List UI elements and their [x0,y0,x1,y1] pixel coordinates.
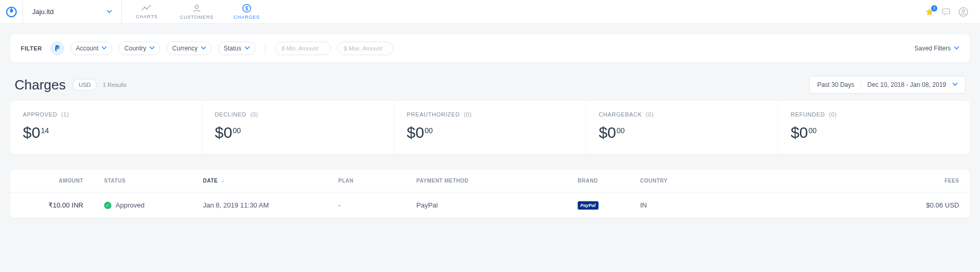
col-status[interactable]: STATUS [94,170,193,192]
cell-date: Jan 8, 2019 11:30 AM [193,192,328,218]
table-row[interactable]: ₹10.00 INR ✓ Approved Jan 8, 2019 11:30 … [10,192,970,218]
stat-label-text: REFUNDED [791,111,825,118]
filter-country[interactable]: Country [119,42,160,55]
stat-label: DECLINED (0) [215,111,381,118]
filter-pill-label: Status [224,45,241,52]
results-count: 1 Results [103,82,127,88]
status-approved-icon: ✓ [104,202,111,209]
filter-source-paypal[interactable] [50,42,64,55]
currency-selector[interactable]: USD [73,79,96,90]
divider [265,43,265,54]
svg-point-2 [146,8,148,10]
saved-filters-button[interactable]: Saved Filters [914,45,959,52]
chevron-down-icon [201,45,206,52]
status-text: Approved [116,201,145,209]
max-amount-input[interactable] [337,42,393,55]
chart-line-icon [142,4,152,12]
profile-button[interactable] [958,7,969,17]
cell-brand: PayPal [567,192,630,218]
col-fees[interactable]: FEES [760,170,970,192]
filter-pill-label: Account [76,45,98,52]
date-range-preset: Past 30 Days [817,81,854,88]
svg-point-9 [947,11,948,12]
stat-declined[interactable]: DECLINED (0) $0 00 [202,101,394,154]
favorites-button[interactable]: 3 [925,7,934,17]
stat-approved[interactable]: APPROVED (1) $0 14 [10,101,202,154]
chevron-down-icon [954,45,959,52]
top-nav-left: Jaju.ltd CHARTS CUSTOMERS $ [0,0,272,23]
sort-desc-icon: ↓ [222,178,225,184]
svg-point-1 [144,7,146,8]
stat-label: CHARGEBACK (0) [599,111,765,118]
stat-count: (0) [646,111,654,118]
stat-count: (0) [250,111,258,118]
svg-point-7 [944,11,945,12]
svg-point-8 [946,11,947,12]
nav-tab-charges[interactable]: $ CHARGES [222,0,272,23]
nav-tab-customers[interactable]: CUSTOMERS [172,0,222,23]
stat-preauthorized[interactable]: PREAUTHORIZED (0) $0 00 [394,101,587,154]
star-badge-count: 3 [931,5,937,11]
min-amount-input[interactable] [275,42,331,55]
title-row: Charges USD 1 Results Past 30 Days Dec 1… [10,62,970,101]
stat-amount: $0 00 [791,125,957,140]
nav-tab-label: CUSTOMERS [180,15,214,20]
stat-label-text: PREAUTHORIZED [407,111,460,118]
stat-minor: 00 [809,127,817,134]
account-name: Jaju.ltd [32,8,54,16]
cell-amount: ₹10.00 INR [10,192,94,218]
col-amount[interactable]: AMOUNT [10,170,94,192]
dollar-circle-icon: $ [242,4,251,13]
filter-currency[interactable]: Currency [167,42,212,55]
stat-amount: $0 00 [215,125,381,140]
stat-count: (0) [829,111,837,118]
stat-amount: $0 14 [23,125,189,140]
app-logo[interactable] [0,0,23,23]
stat-minor: 14 [41,127,49,134]
account-switcher[interactable]: Jaju.ltd [23,0,122,23]
col-date-label: DATE [203,178,218,184]
col-brand[interactable]: BRAND [567,170,630,192]
top-nav-right: 3 [925,0,980,23]
col-payment-method[interactable]: PAYMENT METHOD [406,170,567,192]
cell-plan: - [328,192,406,218]
stat-refunded[interactable]: REFUNDED (0) $0 00 [778,101,970,154]
stat-count: (0) [464,111,472,118]
paypal-badge: PayPal [578,201,599,210]
stat-count: (1) [61,111,69,118]
date-range-picker[interactable]: Past 30 Days Dec 10, 2018 - Jan 08, 2019 [809,76,965,94]
filter-account[interactable]: Account [70,42,112,55]
stat-major: $0 [599,125,616,140]
svg-text:$: $ [245,6,248,11]
cell-status: ✓ Approved [94,192,193,218]
col-country[interactable]: COUNTRY [630,170,760,192]
paypal-icon [54,45,60,52]
stat-major: $0 [23,125,40,140]
cell-payment-method: PayPal [406,192,567,218]
filter-pill-label: Currency [172,45,198,52]
chevron-down-icon [952,81,958,88]
date-range-value: Dec 10, 2018 - Jan 08, 2019 [868,81,946,88]
col-plan[interactable]: PLAN [328,170,406,192]
table-header-row: AMOUNT STATUS DATE ↓ PLAN PAYMENT METHOD… [10,170,970,192]
chevron-down-icon [101,45,107,52]
chevron-down-icon [107,8,112,16]
filter-bar: FILTER Account Country Currency Status S… [10,34,970,62]
nav-tab-charts[interactable]: CHARTS [122,0,172,23]
nav-tab-label: CHARTS [136,14,158,19]
chat-button[interactable] [941,7,951,17]
stat-chargeback[interactable]: CHARGEBACK (0) $0 00 [586,101,778,154]
col-date[interactable]: DATE ↓ [193,170,328,192]
spacer [272,0,925,23]
stat-minor: 00 [425,127,433,134]
charges-table: AMOUNT STATUS DATE ↓ PLAN PAYMENT METHOD… [10,170,970,218]
stat-major: $0 [791,125,808,140]
stat-label-text: APPROVED [23,111,57,118]
chat-icon [941,7,951,17]
filter-label: FILTER [21,45,42,51]
divider [861,80,861,89]
stats-row: APPROVED (1) $0 14 DECLINED (0) $0 00 PR… [10,101,970,154]
stat-amount: $0 00 [599,125,765,140]
nav-tabs: CHARTS CUSTOMERS $ CHARGES [122,0,272,23]
filter-status[interactable]: Status [218,42,256,55]
